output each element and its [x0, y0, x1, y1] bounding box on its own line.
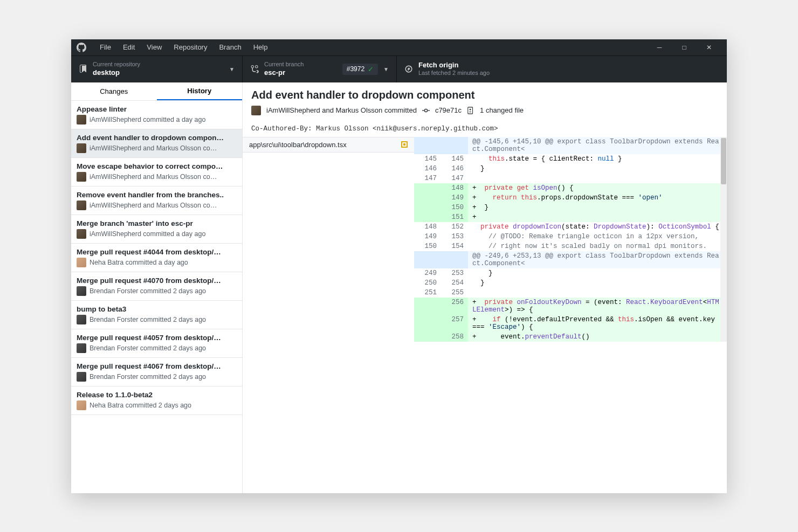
- commit-item-title: Move escape behavior to correct compo…: [77, 162, 237, 170]
- file-diff-icon: [467, 107, 474, 114]
- commit-icon: [422, 107, 430, 114]
- commit-item-title: Merge pull request #4067 from desktop/…: [77, 362, 237, 370]
- commit-item[interactable]: Appease linteriAmWillShepherd committed …: [71, 101, 242, 129]
- commit-item-meta: Brendan Forster committed 2 days ago: [90, 344, 206, 352]
- commit-description: Co-Authored-By: Markus Olsson <niik@user…: [243, 121, 727, 137]
- commit-item-meta: Brendan Forster committed 2 days ago: [90, 373, 206, 381]
- sidebar-tabs: Changes History: [71, 82, 242, 101]
- file-path: app\src\ui\toolbar\dropdown.tsx: [249, 141, 347, 149]
- commit-item-meta: iAmWillShepherd committed a day ago: [90, 116, 205, 123]
- diff-line: 146146 }: [414, 164, 727, 174]
- diff-line: 149+ return this.props.dropdownState ===…: [414, 193, 727, 203]
- commit-item-title: Merge branch 'master' into esc-pr: [77, 219, 237, 227]
- commit-header: Add event handler to dropdown component …: [243, 82, 727, 121]
- diff-line: @@ -249,6 +253,13 @@ export class Toolba…: [414, 251, 727, 268]
- commit-item[interactable]: Add event handler to dropdown compon…iAm…: [71, 129, 242, 158]
- scrollbar[interactable]: [720, 137, 727, 342]
- repo-name: desktop: [93, 68, 229, 77]
- repo-selector[interactable]: Current repository desktop ▼: [71, 56, 243, 82]
- branch-selector[interactable]: Current branch esc-pr #3972 ✓ ▼: [243, 56, 397, 82]
- commit-item-meta: Neha Batra committed a day ago: [90, 259, 188, 266]
- branch-label: Current branch: [264, 61, 342, 68]
- sync-icon: [404, 65, 413, 73]
- avatar: [77, 201, 86, 210]
- commit-item-title: bump to beta3: [77, 305, 237, 313]
- window-close-button[interactable]: ✕: [697, 44, 721, 51]
- fetch-button[interactable]: Fetch origin Last fetched 2 minutes ago: [397, 56, 727, 82]
- commit-item[interactable]: Merge pull request #4070 from desktop/…B…: [71, 272, 242, 301]
- avatar: [77, 229, 86, 239]
- menu-help[interactable]: Help: [247, 43, 274, 51]
- diff-line: 251255: [414, 288, 727, 298]
- avatar: [77, 258, 86, 267]
- avatar: [77, 343, 86, 353]
- pr-number: #3972: [347, 65, 364, 73]
- diff-line: 150+ }: [414, 203, 727, 212]
- menu-file[interactable]: File: [94, 43, 117, 51]
- tab-changes[interactable]: Changes: [71, 82, 157, 100]
- diff-viewer[interactable]: @@ -145,6 +145,10 @@ export class Toolba…: [414, 137, 727, 342]
- commit-item[interactable]: Merge branch 'master' into esc-priAmWill…: [71, 215, 242, 244]
- commit-item-meta: Brendan Forster committed 2 days ago: [90, 287, 206, 295]
- window-minimize-button[interactable]: ─: [647, 44, 672, 51]
- menu-repository[interactable]: Repository: [168, 43, 213, 51]
- menu-edit[interactable]: Edit: [117, 43, 141, 51]
- avatar: [77, 372, 86, 382]
- commit-item-title: Merge pull request #4070 from desktop/…: [77, 277, 237, 285]
- menu-view[interactable]: View: [141, 43, 168, 51]
- diff-line: 149153 // @TODO: Remake triangle octicon…: [414, 232, 727, 241]
- diff-line: 148152 private dropdownIcon(state: Dropd…: [414, 222, 727, 232]
- app-window: FileEditViewRepositoryBranchHelp ─ □ ✕ C…: [71, 39, 727, 493]
- check-icon: ✓: [368, 65, 374, 73]
- commit-item-meta: iAmWillShepherd and Markus Olsson co…: [90, 202, 217, 209]
- diff-line: 249253 }: [414, 268, 727, 278]
- changed-files-count: 1 changed file: [480, 106, 524, 114]
- toolbar: Current repository desktop ▼ Current bra…: [71, 56, 727, 82]
- tab-history[interactable]: History: [157, 82, 243, 100]
- commit-item-meta: Neha Batra committed 2 days ago: [90, 402, 191, 409]
- fetch-sub: Last fetched 2 minutes ago: [418, 70, 719, 77]
- commit-sha: c79e71c: [435, 106, 462, 114]
- avatar: [77, 286, 86, 296]
- commit-item-title: Release to 1.1.0-beta2: [77, 391, 237, 399]
- modified-icon: [401, 141, 408, 148]
- commit-item-title: Appease linter: [77, 105, 237, 113]
- commit-item-title: Remove event handler from the branches..: [77, 191, 237, 199]
- diff-line: 145145 this.state = { clientRect: null }: [414, 154, 727, 164]
- diff-line: 256+ private onFoldoutKeyDown = (event: …: [414, 298, 727, 315]
- diff-line: 151+: [414, 212, 727, 222]
- diff-line: 257+ if (!event.defaultPrevented && this…: [414, 315, 727, 332]
- content: Changes History Appease linteriAmWillShe…: [71, 82, 727, 493]
- window-maximize-button[interactable]: □: [672, 44, 697, 51]
- diff-line: 147147: [414, 174, 727, 183]
- commit-item[interactable]: Remove event handler from the branches..…: [71, 186, 242, 215]
- commit-item[interactable]: Merge pull request #4057 from desktop/…B…: [71, 329, 242, 358]
- avatar: [77, 315, 86, 324]
- commit-item-meta: iAmWillShepherd committed a day ago: [90, 230, 205, 238]
- diff-line: 258+ event.preventDefault(): [414, 332, 727, 342]
- commit-item[interactable]: Merge pull request #4067 from desktop/…B…: [71, 358, 242, 386]
- commit-detail: Add event handler to dropdown component …: [243, 82, 727, 493]
- repo-label: Current repository: [93, 61, 229, 68]
- avatar: [77, 143, 86, 153]
- diff-line: 148+ private get isOpen() {: [414, 183, 727, 193]
- commit-item[interactable]: Release to 1.1.0-beta2Neha Batra committ…: [71, 386, 242, 415]
- commit-item[interactable]: Move escape behavior to correct compo…iA…: [71, 158, 242, 186]
- commit-title: Add event handler to dropdown component: [251, 89, 718, 101]
- chevron-down-icon: ▼: [383, 66, 389, 72]
- commit-item[interactable]: bump to beta3Brendan Forster committed 2…: [71, 301, 242, 329]
- changed-file-row[interactable]: app\src\ui\toolbar\dropdown.tsx: [243, 137, 414, 153]
- menu-branch[interactable]: Branch: [213, 43, 247, 51]
- fetch-label: Fetch origin: [418, 61, 719, 70]
- commit-item[interactable]: Merge pull request #4044 from desktop/…N…: [71, 244, 242, 272]
- commit-item-title: Add event handler to dropdown compon…: [77, 134, 237, 142]
- git-branch-icon: [250, 65, 259, 73]
- diff-line: @@ -145,6 +145,10 @@ export class Toolba…: [414, 137, 727, 154]
- scrollbar-thumb[interactable]: [721, 138, 726, 184]
- commit-authors: iAmWillShepherd and Markus Olsson commit…: [266, 106, 417, 114]
- chevron-down-icon: ▼: [229, 66, 235, 72]
- svg-point-0: [424, 109, 427, 112]
- avatar: [251, 106, 261, 115]
- commit-item-meta: iAmWillShepherd and Markus Olsson co…: [90, 144, 217, 152]
- commit-list[interactable]: Appease linteriAmWillShepherd committed …: [71, 101, 242, 493]
